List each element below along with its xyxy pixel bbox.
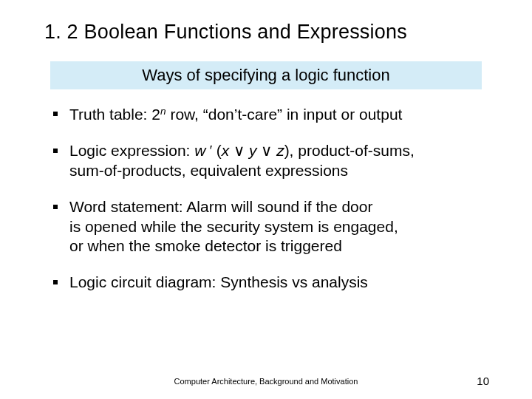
bullet-list: Truth table: 2n row, “don’t-care” in inp… [44, 104, 488, 293]
subtitle-banner: Ways of specifying a logic function [50, 61, 482, 89]
text-continuation: or when the smoke detector is triggered [69, 236, 488, 256]
text-continuation: sum-of-products, equivalent expressions [69, 161, 488, 181]
bullet-logic-circuit: Logic circuit diagram: Synthesis vs anal… [47, 273, 488, 293]
var-w: w [194, 142, 205, 159]
text-fragment: Truth table: 2 [69, 106, 160, 123]
page-number: 10 [477, 375, 489, 387]
text-continuation: is opened while the security system is e… [69, 217, 488, 237]
text-fragment: row, “don’t-care” in input or output [166, 106, 403, 123]
prime-symbol: ′ [205, 143, 216, 159]
var-y: y [249, 142, 257, 159]
superscript-n: n [160, 106, 166, 117]
bullet-logic-expression: Logic expression: w ′ (x ∨ y ∨ z), produ… [47, 141, 488, 181]
or-symbol: ∨ [256, 142, 276, 159]
text-fragment: ), product-of-sums, [284, 142, 415, 159]
slide-content: 1. 2 Boolean Functions and Expressions W… [0, 0, 532, 293]
or-symbol: ∨ [229, 142, 249, 159]
var-z: z [276, 142, 284, 159]
slide-title: 1. 2 Boolean Functions and Expressions [44, 21, 488, 44]
text-line: Word statement: Alarm will sound if the … [69, 198, 372, 215]
footer-text: Computer Architecture, Background and Mo… [0, 377, 532, 386]
bullet-word-statement: Word statement: Alarm will sound if the … [47, 197, 488, 257]
var-x: x [222, 142, 230, 159]
text-fragment: ( [216, 142, 222, 159]
text-fragment: Logic expression: [69, 142, 194, 159]
bullet-truth-table: Truth table: 2n row, “don’t-care” in inp… [47, 104, 488, 125]
